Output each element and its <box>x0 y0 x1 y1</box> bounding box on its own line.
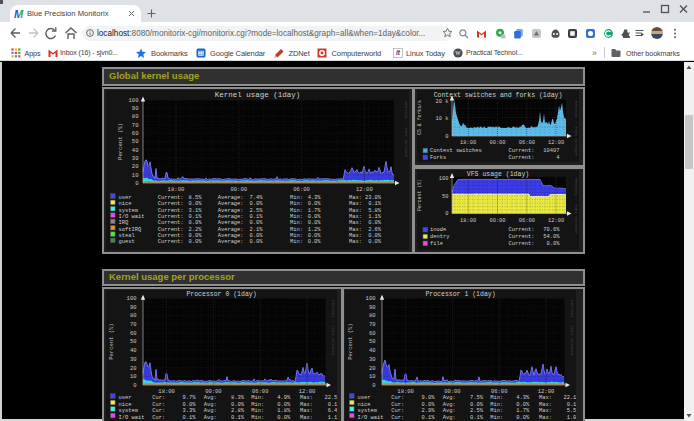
svg-text:100: 100 <box>127 295 137 302</box>
svg-text:10: 10 <box>369 373 376 380</box>
svg-text:2.2%: 2.2% <box>189 227 203 233</box>
svg-text:12:00: 12:00 <box>548 217 564 223</box>
svg-text:0.0%: 0.0% <box>368 233 382 239</box>
svg-text:Percent (%): Percent (%) <box>108 323 115 359</box>
svg-text:Current:: Current: <box>509 234 535 240</box>
svg-text:Current:: Current: <box>158 227 184 233</box>
svg-text:0.0%: 0.0% <box>308 201 322 207</box>
svg-text:06:00: 06:00 <box>491 388 508 395</box>
svg-text:Min:: Min: <box>251 415 264 421</box>
svg-text:1.7%: 1.7% <box>516 408 530 414</box>
svg-text:31: 31 <box>198 51 204 56</box>
svg-text:06:00: 06:00 <box>519 139 535 145</box>
svg-text:I/O wait: I/O wait <box>119 214 145 220</box>
svg-text:Average:: Average: <box>218 195 244 201</box>
svg-text:0.1%: 0.1% <box>368 201 382 207</box>
svg-text:system: system <box>119 408 138 414</box>
svg-text:4: 4 <box>556 155 559 161</box>
svg-text:Min:: Min: <box>290 220 303 226</box>
svg-text:0: 0 <box>445 211 448 217</box>
svg-text:Min:: Min: <box>251 408 264 414</box>
svg-text:Average:: Average: <box>218 239 244 245</box>
svg-text:0.1%: 0.1% <box>421 415 435 421</box>
svg-text:dentry: dentry <box>430 234 450 240</box>
svg-text:10: 10 <box>132 172 139 179</box>
svg-text:Max:: Max: <box>539 408 552 414</box>
svg-text:nice: nice <box>119 201 132 207</box>
svg-text:Current:: Current: <box>509 155 535 161</box>
svg-text:Cur:: Cur: <box>391 402 404 408</box>
svg-text:7.4%: 7.4% <box>249 195 263 201</box>
svg-text:Max:: Max: <box>349 233 362 239</box>
svg-text:18:00: 18:00 <box>460 217 476 223</box>
svg-text:Min:: Min: <box>251 402 264 408</box>
svg-text:1.7%: 1.7% <box>308 208 322 214</box>
svg-text:nice: nice <box>119 402 132 408</box>
svg-text:Min:: Min: <box>251 395 264 401</box>
svg-text:4.3%: 4.3% <box>308 195 322 201</box>
svg-text:9.7%: 9.7% <box>182 395 196 401</box>
svg-text:10 k: 10 k <box>436 116 449 122</box>
svg-text:Current:: Current: <box>158 233 184 239</box>
svg-text:06:00: 06:00 <box>252 388 269 395</box>
svg-text:Min:: Min: <box>290 195 303 201</box>
svg-text:0.0%: 0.0% <box>470 402 484 408</box>
svg-text:Max:: Max: <box>349 195 362 201</box>
svg-text:Max:: Max: <box>539 395 552 401</box>
svg-text:0: 0 <box>372 382 375 389</box>
svg-text:system: system <box>119 208 138 214</box>
svg-text:I/O wait: I/O wait <box>119 415 145 421</box>
svg-text:steal: steal <box>119 233 135 239</box>
svg-text:Min:: Min: <box>290 201 303 207</box>
svg-text:Min:: Min: <box>290 239 303 245</box>
svg-text:12:00: 12:00 <box>299 388 316 395</box>
svg-text:0.0%: 0.0% <box>368 220 382 226</box>
svg-text:4.9%: 4.9% <box>277 395 291 401</box>
svg-text:70: 70 <box>130 321 137 328</box>
svg-text:50: 50 <box>369 338 376 345</box>
svg-text:0.0%: 0.0% <box>189 201 203 207</box>
svg-text:18:00: 18:00 <box>158 388 175 395</box>
svg-text:60: 60 <box>369 330 376 337</box>
svg-text:RRDTOOL / TOBI OETIKER: RRDTOOL / TOBI OETIKER <box>404 102 408 158</box>
svg-text:40: 40 <box>132 147 139 154</box>
svg-text:user: user <box>358 395 371 401</box>
svg-text:Avg:: Avg: <box>204 415 217 421</box>
svg-text:Min:: Min: <box>490 402 503 408</box>
svg-text:0.0%: 0.0% <box>249 239 263 245</box>
svg-text:54.0%: 54.0% <box>543 234 560 240</box>
svg-text:0: 0 <box>445 133 448 139</box>
svg-text:5.8%: 5.8% <box>368 208 382 214</box>
svg-text:Max:: Max: <box>300 395 313 401</box>
svg-text:00:00: 00:00 <box>444 388 461 395</box>
svg-text:softIRQ: softIRQ <box>119 227 142 233</box>
svg-text:0.0%: 0.0% <box>308 233 322 239</box>
svg-text:20 k: 20 k <box>436 98 449 104</box>
svg-text:Cur:: Cur: <box>152 402 165 408</box>
svg-text:12:00: 12:00 <box>538 388 555 395</box>
svg-text:IRQ: IRQ <box>119 220 129 226</box>
svg-text:W: W <box>455 50 461 56</box>
svg-text:Avg:: Avg: <box>443 415 456 421</box>
svg-text:Max:: Max: <box>539 415 552 421</box>
svg-text:2.9%: 2.9% <box>421 408 435 414</box>
svg-text:Min:: Min: <box>290 233 303 239</box>
svg-text:Current:: Current: <box>509 148 535 154</box>
svg-text:0.0%: 0.0% <box>182 402 196 408</box>
svg-text:user: user <box>119 395 132 401</box>
svg-text:1.8%: 1.8% <box>277 408 291 414</box>
svg-text:Cur:: Cur: <box>152 408 165 414</box>
svg-text:30: 30 <box>132 155 139 162</box>
svg-text:user: user <box>119 195 132 201</box>
svg-text:0.0%: 0.0% <box>308 239 322 245</box>
svg-text:Current:: Current: <box>509 240 535 246</box>
svg-text:18:00: 18:00 <box>397 388 414 395</box>
svg-text:4.3%: 4.3% <box>516 395 530 401</box>
svg-text:80: 80 <box>132 113 139 120</box>
svg-text:0.0%: 0.0% <box>231 402 245 408</box>
svg-text:7.5%: 7.5% <box>470 395 484 401</box>
svg-text:10407: 10407 <box>543 148 559 154</box>
svg-text:06:00: 06:00 <box>519 217 535 223</box>
svg-text:90: 90 <box>369 304 376 311</box>
svg-text:Average:: Average: <box>218 220 244 226</box>
